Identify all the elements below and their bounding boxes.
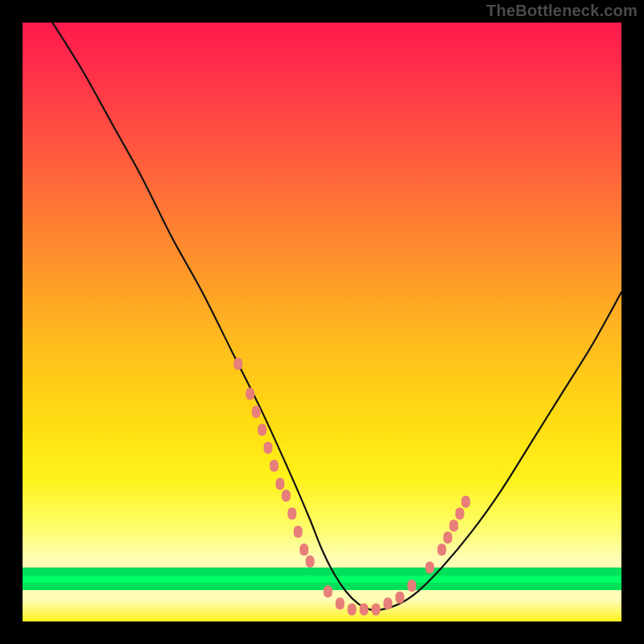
curve-marker: [407, 580, 416, 592]
curve-marker: [275, 477, 284, 489]
curve-marker: [270, 460, 279, 472]
curve-marker: [461, 496, 470, 508]
curve-marker: [395, 592, 404, 604]
curve-marker: [348, 604, 357, 616]
curve-marker: [425, 562, 434, 574]
marker-group: [233, 358, 470, 616]
curve-marker: [324, 585, 332, 597]
curve-marker: [372, 604, 381, 616]
curve-marker: [299, 543, 308, 555]
curve-marker: [336, 597, 345, 609]
curve-marker: [456, 508, 464, 520]
plot-area: [23, 23, 621, 621]
curve-marker: [306, 555, 315, 568]
chart-frame: TheBottleneck.com: [0, 0, 644, 644]
curve-marker: [282, 489, 291, 502]
curve-marker: [264, 442, 273, 454]
curve-layer: [23, 23, 621, 621]
curve-marker: [258, 423, 266, 436]
curve-marker: [246, 388, 254, 400]
curve-marker: [252, 406, 261, 418]
curve-marker: [294, 526, 303, 538]
curve-marker: [449, 520, 458, 532]
curve-marker: [444, 531, 452, 543]
bottleneck-curve: [52, 23, 621, 610]
curve-marker: [233, 358, 242, 370]
curve-marker: [287, 508, 296, 520]
watermark-text: TheBottleneck.com: [486, 2, 638, 20]
curve-marker: [383, 597, 392, 609]
curve-marker: [437, 543, 446, 555]
curve-marker: [360, 604, 369, 616]
